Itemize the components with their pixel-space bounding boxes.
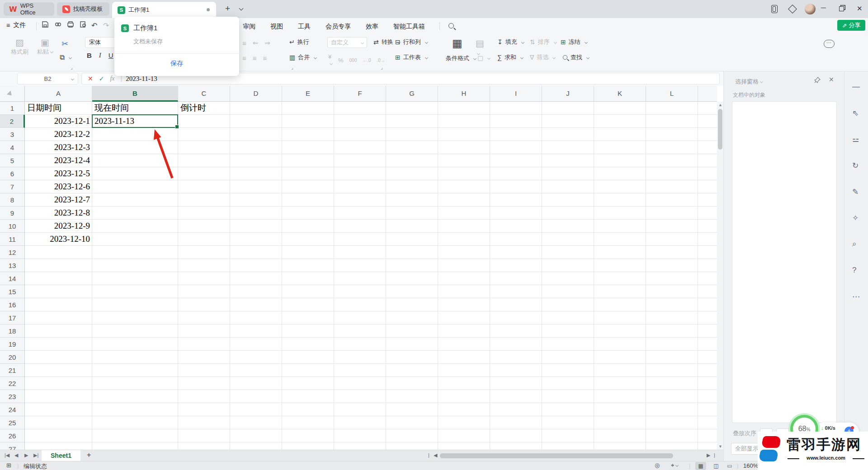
row-header-12[interactable]: 12: [0, 246, 24, 259]
increase-decimal-button[interactable]: .0→: [377, 58, 385, 63]
filter-button[interactable]: ∇ 筛选: [530, 53, 555, 61]
row-header-5[interactable]: 5: [0, 154, 24, 167]
row-header-6[interactable]: 6: [0, 167, 24, 180]
export-icon[interactable]: [54, 21, 61, 30]
row-header-18[interactable]: 18: [0, 324, 24, 338]
sum-button[interactable]: ∑ 求和: [497, 53, 523, 61]
cell-A10[interactable]: 2023-12-9: [25, 220, 92, 233]
next-sheet-icon[interactable]: ▶: [24, 452, 28, 458]
row-header-21[interactable]: 21: [0, 364, 24, 377]
menu-item-效率[interactable]: 效率: [365, 22, 379, 32]
vscroll-thumb[interactable]: [718, 109, 722, 150]
cell-A9[interactable]: 2023-12-8: [25, 207, 92, 220]
close-button[interactable]: ✕: [857, 5, 863, 13]
cell-A6[interactable]: 2023-12-5: [25, 167, 92, 180]
search-icon[interactable]: [448, 23, 454, 28]
objects-list[interactable]: [732, 101, 837, 423]
worksheet-button[interactable]: ⊞ 工作表: [395, 53, 428, 61]
new-tab-button[interactable]: +: [225, 4, 230, 14]
cut-button[interactable]: ✂: [61, 39, 68, 49]
scroll-up-icon[interactable]: ▲: [718, 103, 722, 107]
tab-list-chevron-icon[interactable]: [239, 6, 244, 11]
panel-title[interactable]: 选择窗格: [735, 78, 763, 86]
row-header-7[interactable]: 7: [0, 180, 24, 193]
help-icon[interactable]: ?: [852, 266, 856, 275]
row-header-11[interactable]: 11: [0, 233, 24, 246]
file-menu-button[interactable]: ≡ 文件: [6, 21, 26, 29]
print-icon[interactable]: [67, 21, 74, 30]
rows-cols-button[interactable]: ⊟ 行和列: [395, 38, 428, 46]
cell-A11[interactable]: 2023-12-10: [25, 233, 92, 246]
name-box[interactable]: B2: [17, 73, 78, 85]
scroll-left-icon[interactable]: ◀: [434, 452, 437, 458]
column-header-H[interactable]: H: [438, 86, 490, 101]
pin-icon[interactable]: [814, 77, 821, 85]
convert-icon[interactable]: ↻: [852, 161, 859, 170]
hscroll-thumb[interactable]: [440, 453, 673, 458]
row-header-22[interactable]: 22: [0, 377, 24, 390]
conditional-format-button[interactable]: 条件格式: [446, 54, 476, 62]
column-header-C[interactable]: C: [178, 86, 230, 101]
print-preview-icon[interactable]: [80, 21, 87, 30]
menu-item-视图[interactable]: 视图: [269, 22, 284, 32]
restore-button[interactable]: [839, 6, 844, 11]
decrease-decimal-button[interactable]: ←.0: [363, 58, 371, 63]
normal-view-button[interactable]: ▦: [695, 462, 706, 470]
format-painter-button[interactable]: ▨ 格式刷: [11, 38, 28, 56]
selection-stats-icon[interactable]: ◎: [655, 462, 660, 469]
align-left-icon[interactable]: ≡: [242, 54, 246, 62]
cell-A7[interactable]: 2023-12-6: [25, 180, 92, 193]
row-header-20[interactable]: 20: [0, 351, 24, 364]
row-header-3[interactable]: 3: [0, 128, 24, 141]
spreadsheet-grid[interactable]: ABCDEFGHIJKL 123456789101112131415161718…: [0, 86, 723, 450]
column-header-B[interactable]: B: [92, 86, 178, 102]
zoom-level[interactable]: 160%: [743, 462, 758, 469]
save-link[interactable]: 保存: [114, 60, 239, 68]
scroll-down-icon[interactable]: ▼: [718, 444, 722, 449]
menu-item-会员专享[interactable]: 会员专享: [325, 22, 352, 32]
column-headers[interactable]: ABCDEFGHIJKL: [25, 86, 717, 102]
percent-button[interactable]: %: [338, 57, 344, 64]
first-sheet-icon[interactable]: |◀: [5, 452, 9, 458]
page-break-view-button[interactable]: ▭: [724, 462, 735, 470]
cell-style-button[interactable]: ▢: [477, 54, 490, 61]
indent-decrease-icon[interactable]: ⇐: [253, 39, 259, 47]
find-button[interactable]: 查找: [562, 53, 589, 61]
share-button[interactable]: ⇗ 分享: [837, 20, 865, 31]
column-header-L[interactable]: L: [646, 86, 698, 101]
tab-template[interactable]: 找稿壳模板: [57, 2, 109, 16]
close-panel-icon[interactable]: ✕: [829, 76, 834, 83]
table-format-icon[interactable]: ▦: [452, 38, 462, 49]
column-header-G[interactable]: G: [386, 86, 438, 101]
tab-workbook1[interactable]: S 工作簿1: [112, 2, 216, 18]
row-header-8[interactable]: 8: [0, 193, 24, 207]
save-icon[interactable]: [42, 21, 49, 30]
prev-sheet-icon[interactable]: ◀: [14, 452, 18, 458]
bold-button[interactable]: B: [87, 52, 92, 59]
fx-icon[interactable]: fx: [110, 75, 114, 82]
align-center-icon[interactable]: ≡: [253, 54, 257, 62]
horizontal-scrollbar[interactable]: | ◀ ▶ |: [428, 450, 717, 461]
dialog-launcher-icon[interactable]: ⌟: [71, 65, 73, 70]
wrap-text-button[interactable]: ↵ 换行: [289, 38, 309, 46]
cell-A5[interactable]: 2023-12-4: [25, 154, 92, 167]
row-headers[interactable]: 1234567891011121314151617181920212223242…: [0, 102, 25, 450]
row-header-27[interactable]: 27: [0, 442, 24, 450]
italic-button[interactable]: I: [99, 52, 101, 59]
effects-icon[interactable]: ✧: [852, 213, 859, 223]
cell-A1[interactable]: 日期时间: [25, 102, 92, 115]
collapse-icon[interactable]: —: [852, 82, 860, 91]
dialog-launcher-icon[interactable]: ⌟: [291, 65, 293, 70]
cancel-entry-icon[interactable]: ✕: [88, 75, 93, 82]
cell-A4[interactable]: 2023-12-3: [25, 141, 92, 154]
column-header-I[interactable]: I: [490, 86, 542, 101]
center-view-icon[interactable]: ⌖: [671, 462, 678, 469]
add-sheet-button[interactable]: +: [87, 451, 91, 459]
cell-C1[interactable]: 倒计时: [178, 102, 230, 115]
column-header-F[interactable]: F: [334, 86, 386, 101]
merge-cells-button[interactable]: ▥ 合并: [289, 53, 316, 61]
cells-area[interactable]: 日期时间现在时间倒计时2023-12-12023-12-22023-12-320…: [25, 102, 717, 450]
redo-icon[interactable]: ↷: [103, 21, 109, 30]
scroll-right-icon[interactable]: ▶: [707, 452, 710, 458]
row-header-4[interactable]: 4: [0, 141, 24, 154]
